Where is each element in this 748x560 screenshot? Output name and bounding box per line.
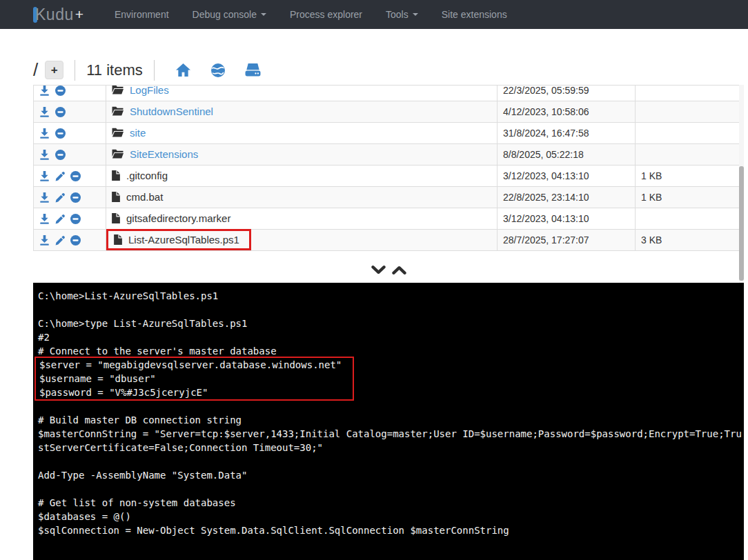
chevron-up-icon — [391, 265, 407, 275]
console-line — [38, 399, 744, 413]
modified-cell: 28/7/2025, 17:27:07 — [498, 230, 636, 251]
table-row: cmd.bat 22/8/2025, 23:14:10 1 KB — [34, 187, 745, 208]
entry-name[interactable]: ShutdownSentinel — [130, 106, 213, 117]
items-count: 11 items — [86, 61, 143, 79]
download-button[interactable] — [39, 192, 50, 203]
size-cell — [636, 101, 745, 123]
pencil-icon — [55, 214, 65, 224]
nav-item-site-extensions[interactable]: Site extensions — [430, 0, 519, 29]
nav-item-label: Tools — [386, 9, 409, 20]
console-line: # Connect to the server's master databas… — [38, 344, 744, 358]
download-button[interactable] — [39, 128, 50, 139]
site-root-button[interactable] — [210, 63, 226, 78]
breadcrumb[interactable]: / — [33, 59, 38, 81]
kudu-logo[interactable]: Kudu + — [33, 6, 83, 24]
entry-name: List-AzureSqlTables.ps1 — [128, 234, 239, 246]
home-icon — [175, 63, 191, 77]
local-drive-button[interactable] — [245, 63, 261, 77]
delete-button[interactable] — [70, 171, 81, 181]
delete-button[interactable] — [70, 192, 81, 203]
chevron-down-icon — [371, 265, 386, 275]
new-item-button[interactable]: + — [45, 61, 63, 79]
entry-cell-inner: .gitconfig — [112, 170, 168, 181]
entry-cell-inner: ShutdownSentinel — [112, 106, 213, 117]
expand-table-button[interactable] — [391, 265, 407, 275]
delete-button[interactable] — [55, 150, 66, 160]
collapse-table-button[interactable] — [371, 265, 386, 275]
download-button[interactable] — [39, 86, 50, 96]
download-icon — [39, 150, 50, 160]
modified-cell: 3/12/2023, 04:13:10 — [498, 208, 636, 230]
download-icon — [39, 171, 50, 181]
file-icon — [112, 213, 120, 223]
table-row: List-AzureSqlTables.ps1 28/7/2025, 17:27… — [34, 230, 745, 251]
file-icon — [114, 234, 122, 245]
console-line: #2 — [38, 330, 744, 344]
console-lines-before: C:\home>List-AzureSqlTables.ps1C:\home>t… — [38, 289, 744, 358]
entry-cell-inner: SiteExtensions — [112, 148, 198, 160]
minus-circle-icon — [70, 171, 81, 181]
delete-button[interactable] — [70, 235, 81, 246]
entry-name[interactable]: site — [130, 127, 146, 139]
separator — [154, 60, 155, 81]
nav-item-debug-console[interactable]: Debug console — [181, 0, 278, 29]
size-cell: 1 KB — [636, 166, 745, 187]
console-line: $masterConnString = "Server=tcp:$server,… — [38, 427, 744, 454]
folder-icon — [112, 85, 124, 94]
entry-cell-inner: cmd.bat — [112, 191, 163, 203]
download-icon — [39, 192, 50, 203]
download-button[interactable] — [39, 171, 50, 181]
delete-button[interactable] — [70, 214, 81, 224]
credentials-highlight-box: $server = "megabigdevsqlserver.database.… — [35, 357, 354, 401]
nav-item-tools[interactable]: Tools — [374, 0, 430, 29]
edit-button[interactable] — [55, 214, 65, 224]
hdd-icon — [245, 63, 261, 77]
download-button[interactable] — [39, 150, 50, 160]
console-line: # Build master DB connection string — [38, 413, 744, 427]
console-line: $databases = @() — [38, 510, 744, 523]
file-table: LogFiles 22/3/2025, 05:59:59 ShutdownSen… — [33, 85, 744, 251]
download-button[interactable] — [39, 235, 50, 246]
size-cell — [636, 144, 745, 166]
edit-button[interactable] — [55, 172, 65, 181]
caret-down-icon — [261, 13, 266, 16]
modified-cell: 31/8/2024, 16:47:58 — [498, 123, 636, 144]
minus-circle-icon — [55, 107, 66, 117]
entry-name[interactable]: LogFiles — [130, 85, 169, 96]
table-row: SiteExtensions 8/8/2025, 05:22:18 — [34, 144, 745, 166]
edit-button[interactable] — [55, 193, 65, 203]
nav-item-process-explorer[interactable]: Process explorer — [278, 0, 374, 29]
row-actions — [34, 144, 106, 166]
home-button[interactable] — [175, 63, 191, 77]
table-scrollbar-track[interactable] — [739, 85, 744, 283]
console-line: Add-Type -AssemblyName "System.Data" — [38, 468, 744, 482]
brand-text: Kudu — [35, 6, 74, 24]
table-scrollbar-thumb[interactable] — [739, 166, 744, 281]
nav-item-label: Site extensions — [442, 9, 507, 20]
download-icon — [39, 214, 50, 224]
console-line: $password = "V%#J3c5jceryjcE" — [39, 386, 342, 399]
console-output[interactable]: C:\home>List-AzureSqlTables.ps1C:\home>t… — [33, 283, 744, 560]
file-icon — [112, 170, 120, 181]
delete-button[interactable] — [55, 86, 66, 96]
edit-button[interactable] — [55, 236, 65, 246]
size-cell: 1 KB — [636, 187, 745, 208]
entry-cell-inner: site — [112, 127, 146, 139]
row-actions — [34, 166, 106, 187]
delete-button[interactable] — [55, 128, 66, 139]
file-list-region: LogFiles 22/3/2025, 05:59:59 ShutdownSen… — [33, 85, 744, 283]
nav-item-environment[interactable]: Environment — [103, 0, 181, 29]
row-actions — [34, 85, 106, 101]
entry-cell-inner: gitsafedirectory.marker — [112, 212, 230, 224]
download-icon — [39, 235, 50, 246]
download-button[interactable] — [39, 107, 50, 117]
modified-cell: 22/8/2025, 23:14:10 — [498, 187, 636, 208]
entry-name[interactable]: SiteExtensions — [130, 148, 198, 160]
delete-button[interactable] — [55, 107, 66, 117]
caret-down-icon — [413, 13, 418, 16]
download-button[interactable] — [39, 214, 50, 224]
nav-item-label: Process explorer — [290, 9, 362, 20]
minus-circle-icon — [70, 192, 81, 203]
globe-icon — [210, 63, 226, 78]
download-icon — [39, 86, 50, 96]
